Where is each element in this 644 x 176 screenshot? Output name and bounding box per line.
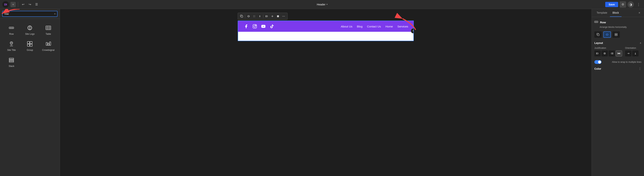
color-more-button[interactable]: ⋮	[638, 67, 642, 71]
row-block-variants	[594, 31, 642, 38]
just-space-between-button[interactable]	[616, 50, 622, 56]
svg-rect-65	[619, 53, 620, 54]
block-item-site-logo[interactable]: Site Logo	[20, 22, 39, 38]
nav-link-about[interactable]: About Us	[341, 25, 352, 28]
color-section-title: Color	[594, 67, 601, 70]
orientation-buttons	[625, 50, 642, 56]
tiktok-icon[interactable]	[269, 23, 275, 29]
app-logo[interactable]: DI	[2, 1, 9, 8]
row-block-type-icon	[594, 20, 598, 25]
tab-template[interactable]: Template	[594, 9, 610, 17]
svg-rect-22	[9, 60, 14, 61]
block-item-table[interactable]: Table	[39, 22, 58, 38]
blocks-grid: Row Site Logo	[0, 19, 60, 73]
svg-point-39	[282, 16, 283, 16]
orient-horizontal-button[interactable]	[625, 50, 632, 56]
svg-rect-47	[594, 21, 598, 23]
tab-block[interactable]: Block	[610, 9, 622, 17]
drag-handle-button[interactable]	[252, 14, 257, 19]
redo-button[interactable]: ↪	[27, 2, 32, 7]
svg-rect-1	[9, 27, 14, 29]
search-clear-button[interactable]: ×	[54, 12, 56, 15]
svg-point-12	[11, 42, 12, 44]
block-toolbar	[238, 13, 288, 20]
search-input[interactable]	[2, 11, 57, 16]
undo-button[interactable]: ↩	[20, 2, 26, 7]
add-toolbar-button[interactable]	[270, 14, 275, 19]
svg-rect-50	[598, 34, 599, 36]
social-icons-group	[243, 23, 275, 29]
toggle-knob	[598, 61, 601, 64]
svg-rect-14	[27, 41, 30, 44]
block-item-group[interactable]: Group	[20, 38, 39, 54]
layout-chevron-icon[interactable]: ∧	[640, 42, 642, 44]
wrap-toggle[interactable]	[594, 60, 602, 64]
nav-link-services[interactable]: Services	[397, 25, 408, 28]
main-layout: × Row	[0, 9, 644, 176]
block-label-site-title: Site Title	[7, 49, 16, 51]
nav-link-contact[interactable]: Contact Us	[367, 25, 381, 28]
svg-rect-17	[30, 44, 32, 46]
variant-stack-button[interactable]	[612, 31, 620, 38]
nav-link-blog[interactable]: Blog	[357, 25, 362, 28]
site-logo-block-icon	[26, 24, 33, 31]
search-bar-container: ×	[0, 9, 60, 19]
layout-section-header: Layout ∧	[594, 41, 642, 44]
svg-point-32	[254, 17, 254, 17]
row-block-title: Row	[600, 21, 606, 24]
contrast-button[interactable]: ◑	[628, 1, 634, 8]
header-purple-row: About Us Blog Contact Us Home Services +	[238, 21, 414, 32]
row-block-icon	[8, 24, 15, 31]
block-item-site-title[interactable]: Site Title	[2, 38, 20, 54]
svg-point-30	[254, 16, 254, 16]
orientation-group: Orientation	[625, 47, 642, 58]
svg-rect-35	[266, 16, 268, 17]
search-input-wrapper: ×	[2, 11, 58, 17]
site-title-block-icon	[8, 41, 15, 47]
right-panel-content: Row Arrange blocks horizontally.	[592, 17, 644, 74]
up-down-toolbar-button[interactable]	[257, 14, 262, 19]
layout-section-title: Layout	[594, 41, 603, 44]
row-block-header: Row	[594, 20, 642, 25]
svg-rect-54	[615, 33, 617, 34]
left-align-toolbar-button[interactable]	[264, 14, 269, 19]
youtube-icon[interactable]	[260, 23, 266, 29]
just-center-button[interactable]	[602, 50, 608, 56]
svg-rect-38	[277, 15, 279, 17]
nav-link-home[interactable]: Home	[385, 25, 393, 28]
just-left-button[interactable]	[594, 50, 601, 56]
block-item-row[interactable]: Row	[2, 22, 20, 38]
block-item-stack[interactable]: Stack	[2, 54, 20, 70]
align-center-toolbar-button[interactable]	[246, 14, 251, 19]
facebook-icon[interactable]	[243, 23, 249, 29]
svg-rect-57	[596, 53, 598, 54]
right-panel-close-button[interactable]: ×	[637, 10, 642, 16]
block-label-row: Row	[9, 33, 14, 35]
menu-button[interactable]: ☰	[34, 2, 39, 7]
svg-rect-7	[46, 26, 51, 30]
block-item-crowdsignal[interactable]: Crowdsignal	[39, 38, 58, 54]
separator	[18, 2, 18, 7]
block-label-stack: Stack	[8, 65, 14, 68]
settings-button[interactable]: ⚙	[620, 1, 626, 8]
variant-row-button[interactable]	[603, 31, 611, 38]
close-panel-button[interactable]: ×	[10, 2, 16, 7]
left-panel: × Row	[0, 9, 60, 176]
variant-copy-button[interactable]	[594, 31, 602, 38]
more-toolbar-button[interactable]	[281, 14, 286, 19]
svg-rect-24	[241, 16, 243, 17]
filled-rect-toolbar-button[interactable]	[275, 14, 280, 19]
svg-rect-61	[611, 53, 613, 54]
more-options-button[interactable]: ⋮	[636, 1, 642, 8]
copy-toolbar-button[interactable]	[239, 14, 244, 19]
page-title[interactable]: Header ▾	[317, 3, 328, 6]
save-button[interactable]: Save	[605, 2, 618, 7]
title-chevron-icon: ▾	[326, 3, 328, 5]
svg-rect-20	[50, 42, 51, 45]
instagram-icon[interactable]	[252, 23, 258, 29]
svg-point-43	[254, 25, 256, 27]
orient-vertical-button[interactable]	[632, 50, 638, 56]
just-right-button[interactable]	[608, 50, 615, 56]
svg-point-33	[254, 17, 255, 17]
top-bar-actions: Save ⚙ ◑ ⋮	[605, 1, 642, 8]
